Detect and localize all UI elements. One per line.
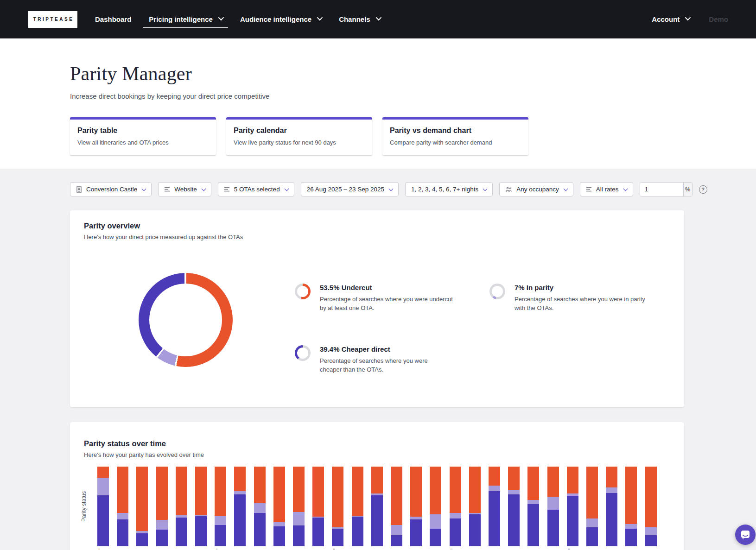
stacked-bar[interactable] [332,467,343,546]
threshold-input[interactable] [640,183,679,196]
undercut-segment [117,467,128,513]
people-icon [505,187,512,192]
stacked-bar[interactable] [215,467,226,546]
stacked-bar[interactable] [352,467,363,546]
chat-launcher-button[interactable] [735,525,756,545]
x-axis-tick-stub: ’’ [451,548,461,550]
stacked-bar[interactable] [469,467,481,546]
rates-filter[interactable]: All rates [580,182,633,196]
cheaper-direct-segment [234,494,246,546]
in-parity-segment [156,520,168,530]
nav-item-channels[interactable]: Channels [339,0,380,38]
undercut-segment [136,467,148,531]
nav-item-pricing-intelligence[interactable]: Pricing intelligence [149,0,222,38]
stacked-bar[interactable] [430,467,441,546]
undercut-segment [234,467,246,491]
occupancy-filter[interactable]: Any occupancy [499,182,573,196]
triptease-logo[interactable]: TRIPTEASE [28,11,77,28]
stacked-bar[interactable] [450,467,461,546]
cheaper-direct-segment [97,495,109,546]
stacked-bar[interactable] [410,467,422,546]
threshold-input-group: % [640,182,692,196]
chevron-down-icon [375,15,381,21]
nights-filter[interactable]: 1, 2, 3, 4, 5, 6, 7+ nights [405,182,493,196]
property-selector[interactable]: Conversion Castle [70,182,152,196]
stacked-bar[interactable] [547,467,559,546]
stacked-bar[interactable] [625,467,637,546]
cheaper-direct-segment [156,530,168,546]
nav-item-account[interactable]: Account [652,0,689,38]
card-parity-table[interactable]: Parity table View all itineraries and OT… [70,117,216,155]
stacked-bar[interactable] [117,467,128,546]
help-icon[interactable]: ? [699,185,707,194]
chevron-down-icon [389,186,394,191]
cheaper-direct-segment [293,525,305,546]
triptease-logo-text: TRIPTEASE [32,17,74,22]
undercut-segment [273,467,285,522]
cheaper-direct-segment [645,535,657,546]
stacked-bar[interactable] [97,467,109,546]
nav-item-demo[interactable]: Demo [709,15,728,23]
card-parity-calendar[interactable]: Parity calendar View live parity status … [226,117,372,155]
undercut-segment [312,467,324,517]
legend-description: Percentage of searches where you were in… [515,295,657,313]
in-parity-ring-icon [489,284,505,299]
undercut-segment [567,467,578,493]
stacked-bar[interactable] [293,467,305,546]
panel-title: Parity status over time [84,439,684,448]
undercut-segment [625,467,637,524]
card-parity-vs-demand[interactable]: Parity vs demand chart Compare parity wi… [382,117,528,155]
undercut-segment [195,467,207,515]
stacked-bar[interactable] [176,467,187,546]
cheaper-direct-segment [215,525,226,546]
stacked-bar[interactable] [254,467,266,546]
cheaper-direct-segment [332,529,343,546]
stacked-bar[interactable] [645,467,657,546]
in-parity-segment [508,490,520,494]
undercut-segment [527,467,539,500]
stacked-bar[interactable] [489,467,500,546]
panel-title: Parity overview [84,221,684,230]
undercut-segment [450,467,461,513]
y-axis-label: Parity status [80,467,88,546]
stacked-bar[interactable] [136,467,148,546]
in-parity-segment [117,513,128,519]
stacked-bar[interactable] [527,467,539,546]
stacked-bar[interactable] [312,467,324,546]
nav-item-audience-intelligence[interactable]: Audience intelligence [240,0,321,38]
nav-item-dashboard[interactable]: Dashboard [95,0,131,38]
cheaper-direct-segment [312,518,324,546]
stacked-bar[interactable] [195,467,207,546]
cheaper-direct-segment [469,514,481,546]
stacked-bar[interactable] [273,467,285,546]
undercut-segment [371,467,383,493]
stacked-bar[interactable] [586,467,598,546]
undercut-segment [254,467,266,503]
undercut-segment [332,467,343,527]
stacked-bar[interactable] [508,467,520,546]
hotel-building-icon [76,186,82,193]
legend-description: Percentage of searches where you were ch… [320,357,449,374]
in-parity-segment [606,487,617,493]
stacked-bar[interactable] [234,467,246,546]
undercut-segment [547,467,559,497]
nav-item-label: Account [652,15,680,23]
card-description: Compare parity with searcher demand [390,139,521,146]
stacked-bar[interactable] [371,467,383,546]
stacked-bar[interactable] [606,467,617,546]
cheaper-direct-segment [430,529,441,546]
stacked-bar[interactable] [156,467,168,546]
ota-filter[interactable]: 5 OTAs selected [218,182,294,196]
legend-undercut: 53.5% Undercut Percentage of searches wh… [295,284,459,313]
quick-link-cards: Parity table View all itineraries and OT… [0,100,756,155]
card-description: View live parity status for next 90 days [234,139,365,146]
date-range-filter[interactable]: 26 Aug 2025 – 23 Sep 2025 [301,182,399,196]
stacked-bar[interactable] [567,467,578,546]
stacked-bar[interactable] [391,467,402,546]
cheaper-direct-segment [489,491,500,546]
undercut-segment [645,467,657,527]
cheaper-direct-segment [391,535,402,546]
x-axis-tick-stub: ’’ [568,548,578,550]
cheaper-direct-segment [508,494,520,546]
channel-filter[interactable]: Website [158,182,211,196]
